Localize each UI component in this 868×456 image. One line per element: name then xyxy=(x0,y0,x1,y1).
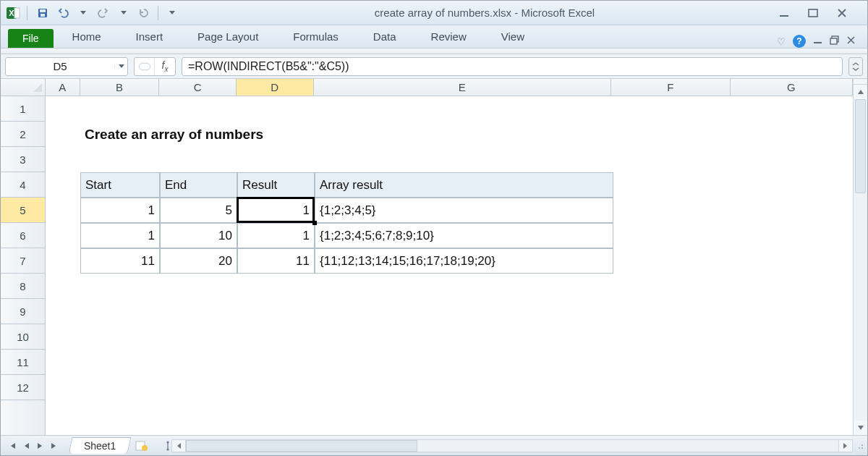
tab-page-layout[interactable]: Page Layout xyxy=(182,26,274,48)
svg-rect-5 xyxy=(41,14,45,17)
row-header[interactable]: 1 xyxy=(1,96,45,122)
column-header[interactable]: F xyxy=(611,79,730,96)
tab-home[interactable]: Home xyxy=(56,26,117,48)
select-all-corner[interactable] xyxy=(1,79,46,96)
cell[interactable]: 1 xyxy=(237,223,315,248)
cell[interactable]: 11 xyxy=(237,248,315,274)
vscroll-thumb[interactable] xyxy=(855,99,866,193)
tab-data[interactable]: Data xyxy=(357,26,412,48)
svg-rect-6 xyxy=(780,15,788,17)
help-icon[interactable]: ? xyxy=(793,35,806,48)
cell[interactable]: 1 xyxy=(80,198,160,223)
hscroll-track[interactable] xyxy=(186,439,838,452)
row-header[interactable]: 7 xyxy=(1,248,45,274)
row-header[interactable]: 11 xyxy=(1,350,45,375)
file-tab[interactable]: File xyxy=(8,29,54,48)
workbook-restore-button[interactable] xyxy=(830,35,839,47)
row-header[interactable]: 4 xyxy=(1,172,45,198)
tab-nav-last[interactable] xyxy=(48,439,61,452)
qat-save-button[interactable] xyxy=(33,4,52,22)
row-header[interactable]: 5 xyxy=(1,198,45,223)
row-header[interactable]: 2 xyxy=(1,122,45,147)
hscroll-right[interactable] xyxy=(838,439,853,452)
cell[interactable]: {1;2;3;4;5;6;7;8;9;10} xyxy=(315,223,613,248)
row-header[interactable]: 6 xyxy=(1,223,45,248)
hscroll-left[interactable] xyxy=(171,439,186,452)
column-header[interactable]: D xyxy=(237,79,314,96)
row-headers: 123456789101112 xyxy=(1,96,46,435)
formula-expand-button[interactable] xyxy=(848,57,863,76)
name-box-value: D5 xyxy=(6,58,114,75)
qat-redo-button[interactable] xyxy=(94,4,113,22)
name-box-dropdown[interactable] xyxy=(114,64,127,68)
vertical-scrollbar[interactable] xyxy=(853,79,867,435)
fill-handle[interactable] xyxy=(312,221,317,225)
row-header[interactable]: 9 xyxy=(1,299,45,324)
row-header[interactable]: 12 xyxy=(1,375,45,400)
column-header[interactable]: C xyxy=(159,79,237,96)
row-header[interactable]: 3 xyxy=(1,147,45,172)
cell[interactable]: 5 xyxy=(160,198,237,223)
cell[interactable]: 20 xyxy=(160,248,237,274)
tab-nav-prev[interactable] xyxy=(20,439,33,452)
fx-button[interactable]: fx xyxy=(155,58,175,75)
qat-redo-dropdown[interactable] xyxy=(114,4,133,22)
name-box[interactable]: D5 xyxy=(5,57,128,76)
workbook-close-button[interactable] xyxy=(846,35,856,47)
qat-repeat-button[interactable] xyxy=(135,4,153,22)
svg-rect-7 xyxy=(809,9,817,17)
hscroll-thumb[interactable] xyxy=(186,440,417,452)
horizontal-scrollbar[interactable] xyxy=(164,439,867,452)
cancel-formula-icon[interactable] xyxy=(135,58,155,75)
cell[interactable]: Create an array of numbers xyxy=(80,122,613,147)
column-header[interactable]: B xyxy=(80,79,160,96)
column-header[interactable]: G xyxy=(731,79,853,96)
cell[interactable]: Result xyxy=(237,172,315,198)
window-maximize-button[interactable] xyxy=(805,5,821,21)
svg-point-17 xyxy=(861,447,863,449)
svg-point-13 xyxy=(142,445,148,451)
cell[interactable]: 11 xyxy=(80,248,160,274)
cell[interactable]: 1 xyxy=(80,223,160,248)
cell[interactable]: {11;12;13;14;15;16;17;18;19;20} xyxy=(315,248,613,274)
window-minimize-button[interactable] xyxy=(776,5,792,21)
hscroll-split-icon[interactable] xyxy=(164,439,171,452)
qat-undo-button[interactable] xyxy=(54,4,72,22)
sheet-tab-label: Sheet1 xyxy=(84,440,116,452)
tab-formulas[interactable]: Formulas xyxy=(277,26,354,48)
scroll-down-button[interactable] xyxy=(854,421,867,435)
qat-customize-dropdown[interactable] xyxy=(163,4,182,22)
tab-nav-first[interactable] xyxy=(5,439,18,452)
new-sheet-button[interactable] xyxy=(134,439,150,452)
svg-rect-2 xyxy=(14,8,20,18)
tab-view[interactable]: View xyxy=(485,26,540,48)
cell[interactable]: {1;2;3;4;5} xyxy=(315,198,613,223)
svg-rect-8 xyxy=(814,42,822,43)
workbook-minimize-button[interactable] xyxy=(813,35,822,47)
formula-input[interactable]: =ROW(INDIRECT(B5&":"&C5)) xyxy=(182,57,843,76)
window-close-button[interactable] xyxy=(834,5,850,21)
cell[interactable]: 1 xyxy=(237,198,315,223)
scroll-up-button[interactable] xyxy=(854,85,867,99)
vscroll-track[interactable] xyxy=(854,99,867,421)
sheet-tab[interactable]: Sheet1 xyxy=(69,437,132,454)
ribbon-body xyxy=(1,48,867,54)
grid-area: ABCDEFG 123456789101112 Create an array … xyxy=(1,79,867,435)
row-header[interactable]: 8 xyxy=(1,274,45,299)
tab-review[interactable]: Review xyxy=(415,26,482,48)
tab-nav-next[interactable] xyxy=(34,439,47,452)
cell[interactable]: Array result xyxy=(315,172,613,198)
svg-point-16 xyxy=(167,448,169,450)
tab-insert[interactable]: Insert xyxy=(120,26,179,48)
cell[interactable]: Start xyxy=(80,172,160,198)
cell[interactable]: End xyxy=(160,172,237,198)
column-header[interactable]: E xyxy=(314,79,612,96)
qat-undo-dropdown[interactable] xyxy=(74,4,93,22)
svg-text:X: X xyxy=(9,9,14,17)
column-header[interactable]: A xyxy=(46,79,80,96)
row-header[interactable]: 10 xyxy=(1,324,45,350)
cell[interactable]: 10 xyxy=(160,223,237,248)
worksheet[interactable]: ABCDEFG 123456789101112 Create an array … xyxy=(1,79,853,435)
excel-window: X create ar xyxy=(0,0,868,456)
ribbon-collapse-icon[interactable]: ♡ xyxy=(777,36,786,47)
